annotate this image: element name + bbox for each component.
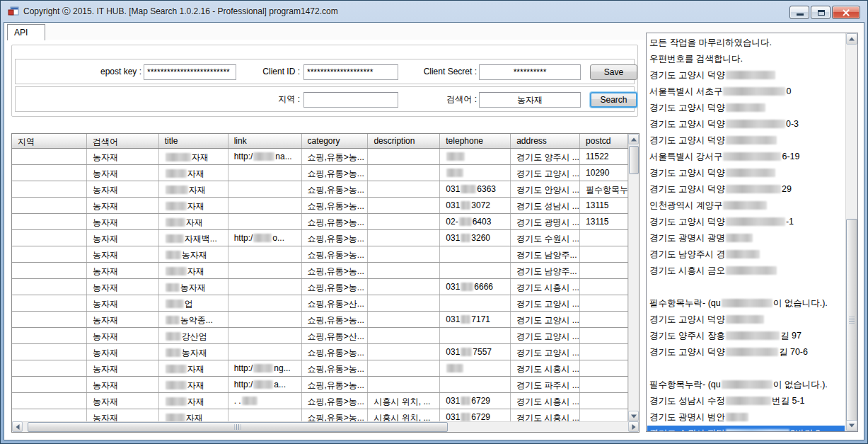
cell-region[interactable] — [12, 279, 87, 295]
cell-postcd[interactable]: 필수항목누락 — [580, 181, 628, 197]
cell-category[interactable]: 쇼핑,유통>농... — [302, 263, 369, 278]
log-item[interactable]: 경기도 고양시 덕양 — [647, 312, 845, 328]
cell-link[interactable] — [228, 214, 302, 229]
cell-link[interactable]: http:/a... — [228, 377, 302, 392]
cell-address[interactable]: 경기도 성남시 ... — [511, 198, 580, 213]
cell-link[interactable]: http:/na... — [228, 149, 302, 164]
cell-telephone[interactable]: 0313260 — [440, 230, 511, 246]
log-vertical-scroll-thumb[interactable] — [846, 219, 857, 421]
save-button[interactable]: Save — [590, 64, 637, 80]
cell-keyword[interactable]: 농자재 — [87, 409, 159, 421]
cell-description[interactable] — [368, 165, 440, 181]
cell-title[interactable]: 자재 — [159, 409, 228, 421]
cell-description[interactable] — [368, 263, 440, 278]
cell-category[interactable]: 쇼핑,유통>농... — [302, 214, 369, 229]
cell-region[interactable] — [12, 312, 87, 327]
cell-category[interactable]: 쇼핑,유통>농... — [302, 198, 369, 213]
cell-telephone[interactable] — [440, 246, 511, 262]
cell-telephone[interactable]: 0313072 — [440, 198, 511, 213]
cell-telephone[interactable]: 0316729 — [440, 393, 511, 409]
log-item[interactable]: 경기도 고양시 덕양29 — [647, 181, 845, 198]
log-item[interactable]: 필수항목누락- (qu이 없습니다.). — [647, 295, 845, 312]
table-row[interactable]: 농자재자재http:/ng...쇼핑,유통>농...경기도 시흥시 ... — [12, 360, 628, 377]
log-item[interactable]: 경기도 고양시 덕양 — [647, 132, 845, 149]
cell-link[interactable] — [228, 344, 302, 360]
cell-address[interactable]: 경기도 남양주... — [511, 246, 580, 262]
table-row[interactable]: 농자재업쇼핑,유통>산...경기도 고양시 ... — [12, 295, 628, 312]
cell-title[interactable]: 자재 — [159, 165, 228, 181]
cell-keyword[interactable]: 농자재 — [87, 360, 159, 376]
cell-address[interactable]: 경기도 시흥시 ... — [511, 279, 580, 295]
cell-address[interactable]: 경기도 광명시 ... — [511, 214, 580, 229]
cell-keyword[interactable]: 농자재 — [87, 393, 159, 409]
log-item[interactable]: 우편번호를 검색합니다. — [647, 51, 845, 67]
cell-telephone[interactable]: 0316729 — [440, 409, 511, 421]
table-row[interactable]: 농자재강산업쇼핑,유통>산...경기도 고양시 ... — [12, 328, 628, 344]
cell-keyword[interactable]: 농자재 — [87, 214, 159, 229]
cell-link[interactable]: http:/o... — [228, 230, 302, 246]
cell-postcd[interactable] — [580, 328, 628, 343]
table-row[interactable]: 농자재농자재쇼핑,유통>농...경기도 남양주... — [12, 246, 628, 263]
cell-category[interactable]: 쇼핑,유통>산... — [302, 328, 369, 343]
cell-telephone[interactable] — [440, 377, 511, 392]
log-item[interactable]: 경기도 고양시 덕양길 70-6 — [647, 344, 845, 360]
log-item[interactable]: 경기도 광명시 범안 — [647, 409, 845, 426]
cell-description[interactable] — [368, 246, 440, 262]
column-header-telephone[interactable]: telephone — [440, 134, 511, 148]
log-vertical-scrollbar[interactable] — [845, 33, 857, 431]
cell-telephone[interactable] — [440, 328, 511, 343]
cell-description[interactable] — [368, 328, 440, 343]
cell-region[interactable] — [12, 360, 87, 376]
maximize-button[interactable] — [811, 6, 831, 19]
grid-horizontal-scroll-thumb[interactable] — [28, 422, 448, 432]
cell-postcd[interactable] — [580, 377, 628, 392]
cell-link[interactable] — [228, 263, 302, 278]
cell-category[interactable]: 쇼핑,유통>농... — [302, 181, 369, 197]
table-row[interactable]: 농자재자재쇼핑,유통>농...0316363경기도 안양시 ...필수항목누락 — [12, 181, 628, 198]
cell-region[interactable] — [12, 377, 87, 392]
cell-link[interactable] — [228, 295, 302, 311]
cell-description[interactable] — [368, 149, 440, 164]
cell-keyword[interactable]: 농자재 — [87, 165, 159, 181]
column-header-category[interactable]: category — [302, 134, 369, 148]
cell-description[interactable] — [368, 181, 440, 197]
cell-postcd[interactable] — [580, 295, 628, 311]
cell-link[interactable] — [228, 181, 302, 197]
cell-region[interactable] — [12, 214, 87, 229]
cell-description[interactable] — [368, 214, 440, 229]
cell-description[interactable] — [368, 344, 440, 360]
cell-address[interactable]: 경기도 시흥시 ... — [511, 360, 580, 376]
cell-postcd[interactable] — [580, 344, 628, 360]
cell-telephone[interactable] — [440, 295, 511, 311]
cell-title[interactable]: 자재백... — [159, 230, 228, 246]
cell-region[interactable] — [12, 409, 87, 421]
cell-link[interactable] — [228, 312, 302, 327]
cell-description[interactable] — [368, 230, 440, 246]
cell-description[interactable] — [368, 198, 440, 213]
cell-keyword[interactable]: 농자재 — [87, 246, 159, 262]
log-item[interactable]: 모든 작업을 마무리하였습니다. — [647, 35, 845, 51]
cell-address[interactable]: 경기도 고양시 ... — [511, 295, 580, 311]
cell-address[interactable]: 경기도 양주시 ... — [511, 149, 580, 164]
cell-category[interactable]: 쇼핑,유통>농... — [302, 149, 369, 164]
cell-address[interactable]: 경기도 남양주... — [511, 263, 580, 278]
cell-keyword[interactable]: 농자재 — [87, 198, 159, 213]
table-row[interactable]: 농자재자재백...http:/o...쇼핑,유통>농...0313260경기도 … — [12, 230, 628, 246]
cell-keyword[interactable]: 농자재 — [87, 312, 159, 327]
table-row[interactable]: 농자재자재http:/na...쇼핑,유통>농...경기도 양주시 ...115… — [12, 149, 628, 165]
log-item[interactable]: 경기도 양주시 장흥길 97 — [647, 328, 845, 344]
cell-description[interactable] — [368, 312, 440, 327]
cell-postcd[interactable]: 11522 — [580, 149, 628, 164]
cell-title[interactable]: 업 — [159, 295, 228, 311]
column-header-title[interactable]: title — [159, 134, 228, 148]
table-row[interactable]: 농자재자재쇼핑,유통>농...02-6403경기도 광명시 ...13115 — [12, 214, 628, 230]
cell-region[interactable] — [12, 328, 87, 343]
log-item[interactable]: 경기도 광명시 광명 — [647, 230, 845, 246]
cell-region[interactable] — [12, 263, 87, 278]
log-item[interactable]: 경기도 남양주시 경 — [647, 246, 845, 263]
cell-telephone[interactable] — [440, 165, 511, 181]
keyword-input[interactable] — [479, 92, 581, 108]
cell-title[interactable]: 자재 — [159, 360, 228, 376]
cell-description[interactable]: 시흥시 위치, ... — [368, 409, 440, 421]
cell-title[interactable]: 자재 — [159, 214, 228, 229]
